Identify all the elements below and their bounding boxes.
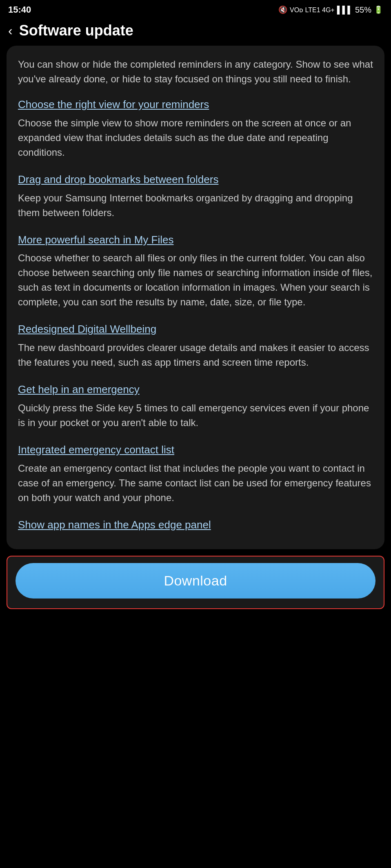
download-bar: Download — [7, 556, 384, 609]
status-bar: 15:40 🔇 VOᴅ LTE1 4G+ ▌▌▌ 55% 🔋 — [0, 0, 391, 18]
back-button[interactable]: ‹ — [8, 24, 13, 37]
content-card: You can show or hide the completed remin… — [7, 46, 384, 549]
section-emergency-contact: Integrated emergency contact list Create… — [18, 443, 373, 505]
battery-icon: 🔋 — [374, 5, 383, 14]
status-icons: 🔇 VOᴅ LTE1 4G+ ▌▌▌ 55% 🔋 — [278, 5, 383, 15]
download-button[interactable]: Download — [16, 563, 375, 599]
section-heading-emergency-help: Get help in an emergency — [18, 383, 373, 397]
section-heading-apps-edge: Show app names in the Apps edge panel — [18, 518, 373, 532]
section-body-digital-wellbeing: The new dashboard provides clearer usage… — [18, 340, 373, 370]
section-heading-digital-wellbeing: Redesigned Digital Wellbeing — [18, 322, 373, 336]
section-heading-emergency-contact: Integrated emergency contact list — [18, 443, 373, 457]
battery-indicator: 55% — [355, 5, 371, 15]
section-choose-view: Choose the right view for your reminders… — [18, 98, 373, 160]
section-heading-choose-view: Choose the right view for your reminders — [18, 98, 373, 112]
section-body-emergency-contact: Create an emergency contact list that in… — [18, 461, 373, 505]
signal-icon: ▌▌▌ — [337, 6, 353, 14]
section-body-emergency-help: Quickly press the Side key 5 times to ca… — [18, 401, 373, 430]
section-digital-wellbeing: Redesigned Digital Wellbeing The new das… — [18, 322, 373, 370]
section-drag-drop: Drag and drop bookmarks between folders … — [18, 173, 373, 220]
network-icon: VOᴅ LTE1 4G+ — [290, 6, 335, 14]
page-title: Software update — [19, 22, 133, 39]
section-apps-edge: Show app names in the Apps edge panel — [18, 518, 373, 532]
section-body-choose-view: Choose the simple view to show more remi… — [18, 116, 373, 160]
intro-text: You can show or hide the completed remin… — [18, 57, 373, 86]
header: ‹ Software update — [0, 18, 391, 46]
section-body-my-files: Choose whether to search all files or on… — [18, 251, 373, 309]
section-emergency-help: Get help in an emergency Quickly press t… — [18, 383, 373, 430]
section-heading-my-files: More powerful search in My Files — [18, 233, 373, 247]
mute-icon: 🔇 — [278, 5, 287, 14]
status-time: 15:40 — [8, 4, 31, 15]
section-heading-drag-drop: Drag and drop bookmarks between folders — [18, 173, 373, 187]
section-body-drag-drop: Keep your Samsung Internet bookmarks org… — [18, 191, 373, 220]
section-my-files: More powerful search in My Files Choose … — [18, 233, 373, 310]
